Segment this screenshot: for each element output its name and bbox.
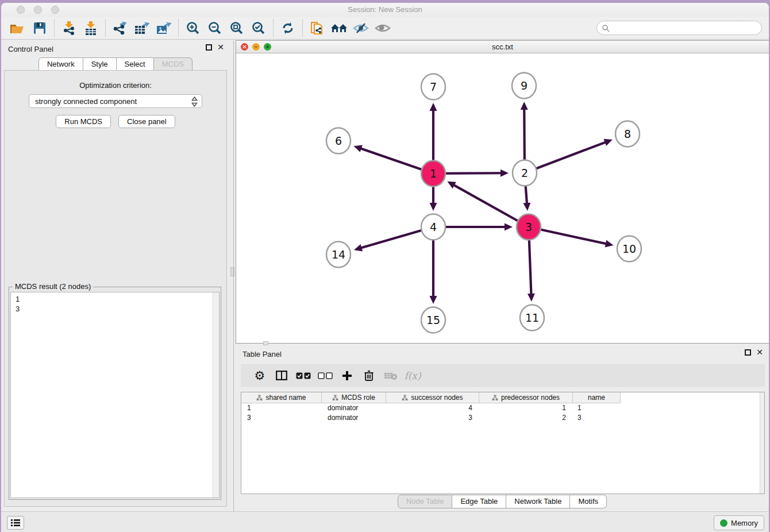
table-row[interactable]: 1 dominator 4 1 1 — [241, 403, 764, 413]
graph-node-7[interactable]: 7 — [421, 74, 445, 100]
node-label: 3 — [525, 221, 532, 233]
refresh-button[interactable] — [277, 18, 299, 38]
graph-node-4[interactable]: 4 — [421, 214, 445, 240]
export-network-icon — [112, 21, 128, 36]
tab-mcds[interactable]: MCDS — [154, 57, 192, 71]
main-titlebar: Session: New Session — [1, 3, 769, 17]
first-neighbors-button[interactable] — [306, 18, 328, 38]
graph-node-8[interactable]: 8 — [615, 121, 640, 147]
main-area: Control Panel ✕ Network Style Select MCD… — [1, 40, 769, 511]
mcds-result-box[interactable]: 1 3 — [10, 292, 220, 498]
memory-label: Memory — [731, 519, 758, 527]
cell-name: 3 — [573, 413, 621, 423]
graph-node-2[interactable]: 2 — [513, 160, 537, 186]
search-input[interactable] — [613, 24, 761, 32]
tab-node-table[interactable]: Node Table — [398, 495, 453, 508]
column-header-successor-nodes[interactable]: successor nodes — [386, 392, 479, 403]
graph-node-14[interactable]: 14 — [326, 242, 351, 268]
column-header-name[interactable]: name — [573, 392, 621, 403]
graph-node-10[interactable]: 10 — [617, 236, 641, 262]
node-label: 1 — [430, 167, 437, 180]
export-network-button[interactable] — [109, 18, 131, 38]
documents-share-icon — [309, 20, 325, 36]
zoom-out-button[interactable] — [204, 18, 226, 38]
tab-motifs[interactable]: Motifs — [570, 495, 607, 508]
save-session-button[interactable] — [29, 18, 51, 38]
close-table-panel-icon[interactable]: ✕ — [756, 349, 763, 356]
delete-table-icon — [384, 371, 398, 380]
tab-select[interactable]: Select — [117, 57, 154, 71]
column-header-predecessor-nodes[interactable]: predecessor nodes — [479, 392, 573, 403]
graph-node-11[interactable]: 11 — [520, 305, 544, 331]
graph-node-1[interactable]: 1 — [421, 161, 445, 187]
network-canvas[interactable]: 7968123414101511 — [236, 53, 769, 343]
import-network-button[interactable] — [58, 18, 80, 38]
select-stepper-icon — [191, 97, 198, 107]
zoom-selected-button[interactable] — [248, 18, 270, 38]
unchecked-boxes-icon — [318, 372, 333, 379]
tab-network-table[interactable]: Network Table — [506, 495, 570, 508]
optimization-criterion-label: Optimization criterion: — [5, 81, 226, 90]
search-field[interactable] — [596, 21, 762, 35]
toolbar-separator — [302, 20, 303, 37]
create-column-button[interactable] — [336, 367, 358, 385]
close-panel-icon[interactable]: ✕ — [217, 44, 224, 51]
open-session-button[interactable] — [7, 18, 29, 38]
tab-network[interactable]: Network — [38, 57, 83, 71]
edge-arrowhead — [353, 145, 362, 152]
eye-slash-icon — [352, 22, 369, 34]
graph-node-9[interactable]: 9 — [512, 73, 536, 99]
export-image-button[interactable] — [153, 18, 175, 38]
zoom-fit-button[interactable] — [226, 18, 248, 38]
houses-button[interactable] — [328, 18, 350, 38]
tab-style[interactable]: Style — [83, 57, 117, 71]
graph-edge-3-1[interactable] — [453, 184, 529, 227]
zoom-in-button[interactable] — [182, 18, 204, 38]
delete-table-button[interactable] — [380, 367, 402, 385]
edge-arrowhead — [430, 203, 437, 211]
export-table-button[interactable] — [131, 18, 153, 38]
task-history-button[interactable] — [7, 516, 24, 530]
plus-icon — [342, 371, 352, 381]
fx-icon: f(x) — [404, 370, 421, 381]
close-panel-button[interactable]: Close panel — [118, 115, 175, 128]
column-view-button[interactable] — [271, 367, 292, 385]
zoom-selected-icon — [251, 21, 266, 36]
panel-divider[interactable] — [230, 40, 236, 511]
hierarchy-icon — [402, 395, 408, 401]
table-row[interactable]: 3 dominator 3 2 3 — [241, 413, 764, 423]
delete-column-button[interactable] — [358, 367, 380, 385]
column-header-mcds-role[interactable]: MCDS role — [322, 392, 386, 403]
table-header-row: shared name MCDS role successor nodes pr… — [241, 392, 764, 403]
column-header-shared-name[interactable]: shared name — [241, 392, 322, 403]
graph-node-6[interactable]: 6 — [326, 128, 351, 154]
edge-arrowhead — [500, 169, 509, 177]
graph-node-3[interactable]: 3 — [517, 214, 541, 240]
graph-node-15[interactable]: 15 — [421, 307, 445, 333]
import-table-button[interactable] — [80, 18, 102, 38]
table-settings-button[interactable]: ⚙ — [249, 367, 271, 385]
float-table-panel-icon[interactable] — [745, 349, 751, 356]
edge-arrowhead — [605, 240, 614, 248]
deselect-all-columns-button[interactable] — [314, 367, 336, 385]
selected-option: strongly connected component — [35, 97, 137, 106]
memory-button[interactable]: Memory — [714, 515, 764, 530]
node-label: 14 — [332, 248, 345, 261]
network-graph[interactable]: 7968123414101511 — [236, 53, 769, 343]
hide-selected-button[interactable] — [350, 18, 372, 38]
horizontal-split-grip[interactable] — [263, 341, 268, 345]
show-all-button[interactable] — [372, 18, 394, 38]
network-frame-titlebar: ✕ − + scc.txt — [236, 41, 769, 53]
float-panel-icon[interactable] — [206, 44, 212, 51]
graph-edge-2-8[interactable] — [525, 142, 607, 173]
tab-edge-table[interactable]: Edge Table — [452, 495, 506, 508]
mcds-result-scrollbar[interactable] — [213, 292, 219, 498]
optimization-criterion-select[interactable]: strongly connected component — [29, 94, 202, 108]
node-label: 6 — [335, 134, 342, 147]
function-builder-button[interactable]: f(x) — [402, 367, 424, 385]
node-table: shared name MCDS role successor nodes pr… — [241, 392, 765, 494]
select-all-columns-button[interactable] — [292, 367, 314, 385]
table-scrollbar[interactable] — [760, 392, 764, 494]
edge-arrowhead — [354, 244, 363, 251]
run-mcds-button[interactable]: Run MCDS — [56, 115, 111, 128]
